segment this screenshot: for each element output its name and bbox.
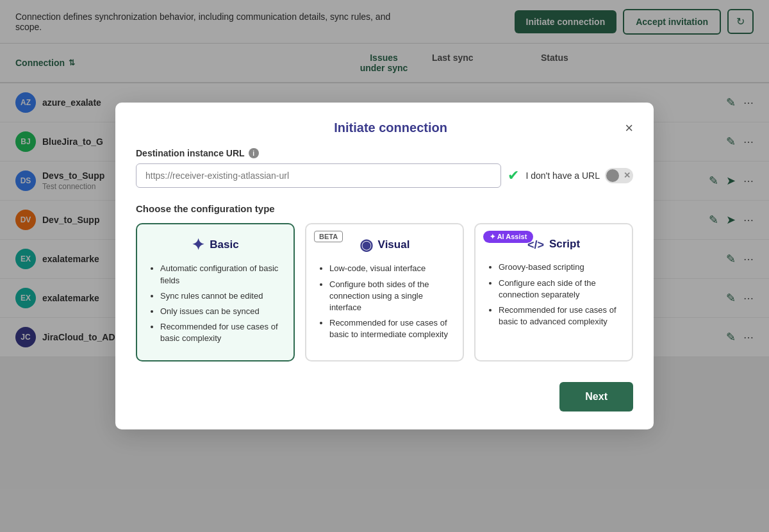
config-card-points: Groovy-based scriptingConfigure each sid… bbox=[486, 262, 622, 328]
beta-badge: BETA bbox=[314, 231, 343, 242]
initiate-connection-modal: Initiate connection × Destination instan… bbox=[115, 103, 654, 429]
no-url-toggle[interactable]: ✕ bbox=[605, 168, 633, 183]
ai-badge: ✦ AI Assist bbox=[483, 231, 533, 243]
modal-title: Initiate connection bbox=[156, 121, 625, 135]
info-icon[interactable]: i bbox=[249, 148, 259, 158]
config-card-visual[interactable]: BETA ◉ Visual Low-code, visual interface… bbox=[305, 223, 464, 361]
config-card-basic[interactable]: ✦ Basic Automatic configuration of basic… bbox=[136, 223, 295, 361]
url-input[interactable] bbox=[136, 163, 501, 188]
config-cards: ✦ Basic Automatic configuration of basic… bbox=[136, 223, 633, 361]
config-card-label: Basic bbox=[210, 238, 238, 251]
no-url-label: I don't have a URL bbox=[525, 170, 600, 181]
no-url-toggle-row: I don't have a URL ✕ bbox=[525, 168, 633, 183]
config-icon: ✦ bbox=[192, 236, 204, 254]
visual-icon: ◉ bbox=[360, 236, 373, 253]
modal-footer: Next bbox=[136, 377, 633, 411]
config-section-label: Choose the configuration type bbox=[136, 203, 633, 214]
basic-icon: ✦ bbox=[192, 236, 204, 253]
config-icon: ◉ bbox=[360, 236, 373, 254]
url-row: ✔ I don't have a URL ✕ bbox=[136, 163, 633, 188]
next-button[interactable]: Next bbox=[559, 382, 633, 411]
modal-overlay[interactable]: Initiate connection × Destination instan… bbox=[0, 0, 769, 532]
modal-close-button[interactable]: × bbox=[625, 121, 633, 135]
url-field-label: Destination instance URL i bbox=[136, 148, 633, 158]
config-card-label: Script bbox=[549, 238, 580, 251]
config-card-points: Low-code, visual interfaceConfigure both… bbox=[317, 263, 452, 340]
config-card-label: Visual bbox=[378, 238, 410, 251]
config-card-title: ✦ Basic bbox=[147, 236, 283, 254]
modal-header: Initiate connection × bbox=[136, 121, 633, 135]
toggle-knob bbox=[606, 169, 619, 182]
url-valid-icon: ✔ bbox=[508, 167, 519, 184]
toggle-x-icon: ✕ bbox=[624, 170, 631, 180]
config-card-points: Automatic configuration of basic fieldsS… bbox=[147, 263, 283, 344]
config-card-script[interactable]: ✦ AI Assist </> Script Groovy-based scri… bbox=[474, 223, 633, 361]
